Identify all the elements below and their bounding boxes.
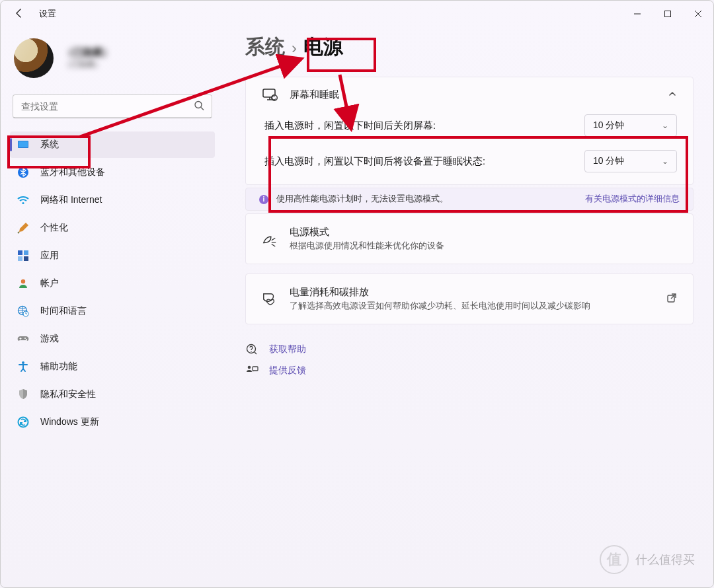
user-name: （已隐藏） — [63, 46, 112, 59]
svg-rect-10 — [18, 256, 22, 261]
back-button[interactable] — [14, 8, 24, 20]
breadcrumb-parent[interactable]: 系统 — [245, 34, 285, 61]
bluetooth-icon — [17, 166, 30, 179]
sidebar-item-gaming[interactable]: 游戏 — [10, 326, 215, 352]
sidebar-item-accessibility[interactable]: 辅助功能 — [10, 353, 215, 380]
svg-line-3 — [201, 108, 204, 110]
sidebar-item-label: 辅助功能 — [40, 361, 77, 373]
sidebar-item-label: 个性化 — [40, 222, 68, 234]
energy-carbon-card: 电量消耗和碳排放 了解选择高效电源设置如何帮助你减少功耗、延长电池使用时间以及减… — [245, 274, 694, 324]
user-block[interactable]: （已隐藏） （已隐藏） — [10, 35, 215, 81]
brush-icon — [17, 221, 30, 235]
sidebar-item-privacy[interactable]: 隐私和安全性 — [10, 381, 215, 408]
search-icon — [194, 100, 204, 113]
sidebar-item-label: 网络和 Internet — [40, 194, 102, 206]
svg-rect-8 — [18, 250, 22, 255]
power-mode-info-bar: i 使用高性能电源计划时，无法设置电源模式。 有关电源模式的详细信息 — [245, 188, 694, 211]
watermark: 值 什么值得买 — [600, 545, 695, 574]
svg-point-16 — [26, 339, 27, 340]
screen-sleep-body: 插入电源时，闲置以下时间后关闭屏幕: 10 分钟 ⌄ 插入电源时，闲置以下时间后… — [246, 112, 693, 184]
maximize-button[interactable] — [653, 1, 683, 27]
sidebar-item-system[interactable]: 系统 — [10, 131, 215, 158]
sidebar-item-network[interactable]: 网络和 Internet — [10, 187, 215, 213]
nav-list: 系统 蓝牙和其他设备 网络和 Internet — [10, 131, 215, 435]
screen-sleep-title: 屏幕和睡眠 — [290, 89, 656, 101]
display-icon — [17, 138, 30, 151]
screen-off-label: 插入电源时，闲置以下时间后关闭屏幕: — [262, 120, 436, 132]
screen-sleep-header[interactable]: 屏幕和睡眠 — [246, 77, 693, 112]
svg-point-12 — [21, 279, 25, 283]
svg-rect-25 — [253, 367, 258, 371]
main-content: 系统 › 电源 屏幕和睡眠 — [219, 27, 713, 587]
open-external-icon — [666, 293, 677, 306]
power-mode-more-link[interactable]: 有关电源模式的详细信息 — [585, 194, 680, 205]
breadcrumb-sep: › — [292, 39, 297, 57]
sidebar-item-label: 帐户 — [40, 277, 59, 289]
sleep-select[interactable]: 10 分钟 ⌄ — [584, 150, 677, 172]
sidebar-item-personalization[interactable]: 个性化 — [10, 215, 215, 241]
feedback-icon — [245, 364, 258, 377]
svg-point-15 — [24, 338, 26, 339]
energy-carbon-title: 电量消耗和碳排放 — [290, 286, 654, 299]
breadcrumb: 系统 › 电源 — [245, 34, 694, 61]
sidebar-item-label: Windows 更新 — [40, 416, 99, 428]
titlebar: 设置 — [1, 1, 713, 27]
sidebar-item-label: 蓝牙和其他设备 — [40, 166, 105, 178]
monitor-sleep-icon — [262, 87, 278, 102]
screen-off-select[interactable]: 10 分钟 ⌄ — [584, 114, 677, 137]
sidebar-item-accounts[interactable]: 帐户 — [10, 270, 215, 297]
chevron-down-icon: ⌄ — [662, 157, 668, 166]
leaf-heart-icon — [262, 291, 278, 307]
window-controls — [622, 1, 713, 27]
svg-rect-11 — [24, 256, 28, 261]
apps-icon — [17, 249, 30, 262]
power-mode-title: 电源模式 — [290, 226, 677, 239]
shield-icon — [17, 388, 30, 401]
wifi-icon — [17, 194, 30, 207]
screen-off-value: 10 分钟 — [593, 120, 624, 131]
svg-point-24 — [248, 366, 251, 369]
info-text: 使用高性能电源计划时，无法设置电源模式。 — [276, 194, 448, 205]
sidebar-item-label: 游戏 — [40, 333, 59, 345]
svg-point-23 — [251, 351, 252, 352]
svg-point-17 — [22, 361, 24, 364]
close-button[interactable] — [683, 1, 713, 27]
sidebar-item-label: 时间和语言 — [40, 305, 87, 317]
sleep-label: 插入电源时，闲置以下时间后将设备置于睡眠状态: — [262, 155, 485, 168]
svg-point-2 — [195, 102, 202, 108]
screen-off-row: 插入电源时，闲置以下时间后关闭屏幕: 10 分钟 ⌄ — [262, 114, 677, 137]
sidebar-item-apps[interactable]: 应用 — [10, 242, 215, 269]
chevron-up-icon — [668, 89, 677, 100]
give-feedback-link[interactable]: 提供反馈 — [245, 364, 694, 377]
sleep-row: 插入电源时，闲置以下时间后将设备置于睡眠状态: 10 分钟 ⌄ — [262, 150, 677, 172]
user-email: （已隐藏） — [63, 59, 112, 70]
sleep-value: 10 分钟 — [593, 155, 624, 167]
watermark-circle: 值 — [600, 545, 629, 574]
sidebar-item-update[interactable]: Windows 更新 — [10, 409, 215, 435]
info-icon: i — [259, 195, 268, 204]
svg-rect-5 — [19, 141, 28, 147]
minimize-button[interactable] — [622, 1, 653, 27]
power-mode-sub: 根据电源使用情况和性能来优化你的设备 — [290, 240, 677, 252]
sidebar-item-time-language[interactable]: 时间和语言 — [10, 298, 215, 324]
sidebar-item-label: 系统 — [40, 139, 59, 151]
watermark-text: 什么值得买 — [635, 552, 695, 568]
window-title: 设置 — [39, 8, 56, 20]
person-icon — [17, 277, 30, 290]
avatar — [14, 38, 54, 78]
power-mode-header[interactable]: 电源模式 根据电源使用情况和性能来优化你的设备 — [246, 214, 693, 264]
breadcrumb-current: 电源 — [303, 34, 343, 61]
screen-sleep-card: 屏幕和睡眠 插入电源时，闲置以下时间后关闭屏幕: 10 分钟 ⌄ — [245, 77, 694, 185]
leaf-speed-icon — [262, 231, 278, 247]
sidebar-item-bluetooth[interactable]: 蓝牙和其他设备 — [10, 159, 215, 186]
help-icon — [245, 343, 258, 356]
chevron-down-icon: ⌄ — [662, 121, 668, 130]
accessibility-icon — [17, 360, 30, 373]
get-help-link[interactable]: 获取帮助 — [245, 343, 694, 356]
search-input[interactable] — [13, 94, 212, 118]
svg-rect-9 — [24, 250, 28, 255]
power-mode-card: 电源模式 根据电源使用情况和性能来优化你的设备 — [245, 213, 694, 264]
energy-carbon-header[interactable]: 电量消耗和碳排放 了解选择高效电源设置如何帮助你减少功耗、延长电池使用时间以及减… — [246, 274, 693, 324]
settings-window: 设置 （已隐藏） （已隐藏） — [0, 0, 714, 588]
globe-clock-icon — [17, 305, 30, 318]
